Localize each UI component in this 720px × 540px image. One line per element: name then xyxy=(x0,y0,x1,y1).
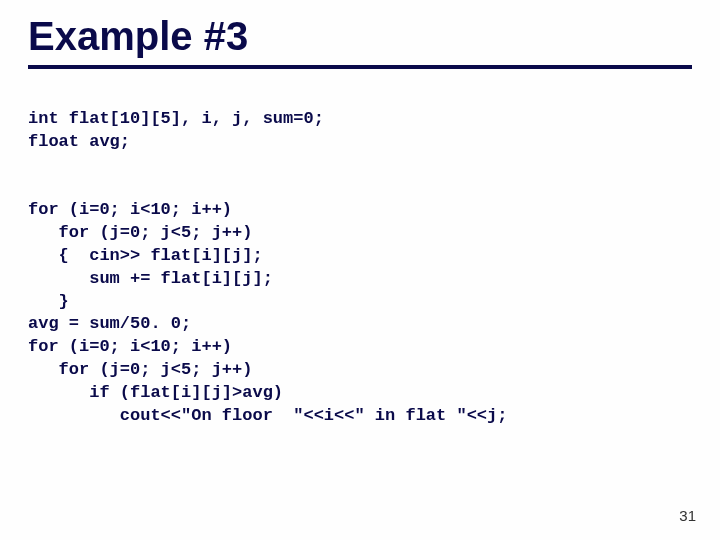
code-line-loop1-outer: for (i=0; i<10; i++) xyxy=(28,200,232,219)
code-line-loop1-brace: { cin>> flat[i][j]; xyxy=(28,246,263,265)
code-line-loop2-outer: for (i=0; i<10; i++) xyxy=(28,337,232,356)
code-line-loop2-cout: cout<<"On floor "<<i<<" in flat "<<j; xyxy=(28,406,507,425)
page-number: 31 xyxy=(679,507,696,524)
code-line-loop2-if: if (flat[i][j]>avg) xyxy=(28,383,283,402)
code-line-loop1-close: } xyxy=(28,292,69,311)
code-line-loop1-sum: sum += flat[i][j]; xyxy=(28,269,273,288)
code-line-loop2-inner: for (j=0; j<5; j++) xyxy=(28,360,252,379)
code-line-decl2: float avg; xyxy=(28,132,130,151)
code-line-loop1-inner: for (j=0; j<5; j++) xyxy=(28,223,252,242)
title-underline xyxy=(28,65,692,69)
code-block: int flat[10][5], i, j, sum=0; float avg;… xyxy=(28,85,692,428)
slide-title: Example #3 xyxy=(28,14,692,59)
code-spacer xyxy=(28,154,692,176)
code-line-decl1: int flat[10][5], i, j, sum=0; xyxy=(28,109,324,128)
code-line-avg: avg = sum/50. 0; xyxy=(28,314,191,333)
